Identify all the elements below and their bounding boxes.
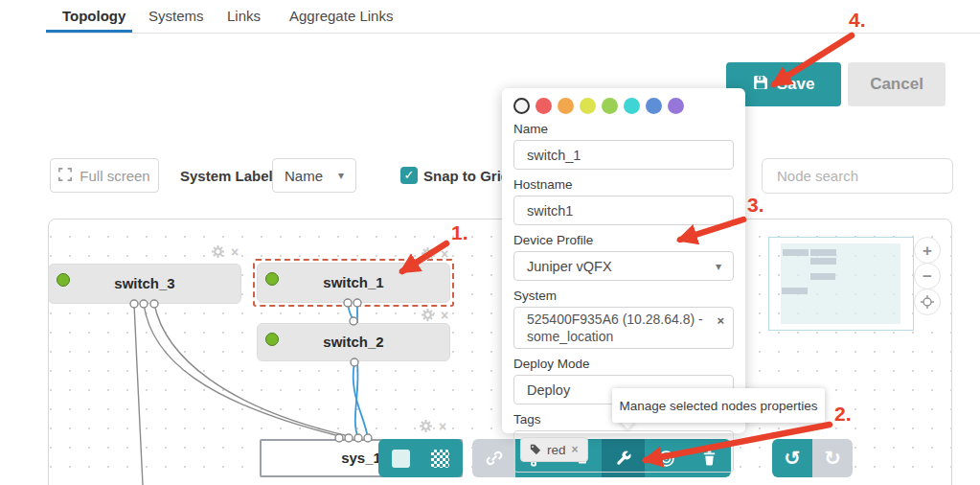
check-icon: ✓ [404,168,415,182]
color-swatch-orange[interactable] [558,98,574,114]
floppy-icon [753,75,768,95]
snap-to-grid-label: Snap to Grid [423,168,510,184]
node-search-input[interactable] [763,168,968,184]
save-button-label: Save [777,75,815,94]
hostname-field-label: Hostname [513,177,734,192]
node-label: switch_1 [323,274,383,290]
color-swatch-yellow[interactable] [580,98,596,114]
node-properties-panel: Name Hostname Device Profile Juniper vQF… [502,88,745,433]
node-switch-2[interactable]: switch_2 [257,323,450,361]
name-field-label: Name [513,122,734,136]
annotation-label-3: 3. [747,194,764,217]
tag-icon [530,444,541,455]
node-status-dot [265,272,279,286]
hostname-field[interactable] [513,196,734,225]
node-label: sys_1 [341,450,381,466]
fullscreen-icon [58,168,72,184]
cancel-button[interactable]: Cancel [848,62,946,106]
color-swatch-green[interactable] [602,98,618,114]
tab-aggregate-links[interactable]: Aggregate Links [289,8,393,24]
full-screen-button[interactable]: Full screen [50,158,159,193]
node-status-dot [265,333,279,346]
full-screen-label: Full screen [80,168,149,184]
system-field-label: System [513,289,734,303]
chevron-down-icon: ▾ [716,260,721,273]
snap-to-grid-checkbox[interactable]: ✓ [400,167,418,184]
tooltip: Manage selected nodes properties [612,388,825,423]
tab-systems[interactable]: Systems [148,8,204,24]
minimap-node [782,288,808,294]
node-status-dot [57,273,70,287]
color-swatch-purple[interactable] [668,98,684,114]
close-icon[interactable]: × [717,312,724,330]
node-controls-switch3: × [212,245,239,258]
undo-icon: ↺ [784,447,801,470]
tooltip-text: Manage selected nodes properties [619,399,817,413]
gear-icon[interactable] [212,245,224,258]
system-label-dropdown-value: Name [285,168,323,184]
minimap-node [810,258,836,265]
link-icon [486,450,503,467]
zoom-out-button[interactable]: − [914,263,941,289]
color-swatch-blue[interactable] [646,98,662,114]
add-link-button[interactable] [472,439,515,477]
gear-icon[interactable] [420,420,432,432]
redo-button[interactable]: ↻ [812,439,853,477]
close-icon[interactable]: × [439,421,446,432]
topology-editor-page: Topology Systems Links Aggregate Links S… [0,0,980,485]
device-profile-select[interactable]: Juniper vQFX ▾ [513,251,734,281]
zoom-in-button[interactable]: + [914,237,941,264]
cancel-button-label: Cancel [870,75,923,94]
system-value: 525400F935A6 (10.28.64.8) - some_locatio… [527,312,703,344]
minimap-node [810,273,835,280]
tab-topology[interactable]: Topology [62,8,125,24]
annotation-label-1: 1. [451,221,468,244]
node-controls-switch1: × [422,247,448,260]
node-label: switch_2 [323,334,383,350]
node-label: switch_3 [114,275,174,291]
annotation-label-4: 4. [849,9,866,32]
system-field[interactable]: 525400F935A6 (10.28.64.8) - some_locatio… [513,307,734,349]
pattern-fill-icon[interactable] [431,450,449,468]
name-field[interactable] [513,140,734,170]
device-profile-value: Juniper vQFX [527,259,612,274]
gear-icon[interactable] [422,309,434,321]
node-search [762,158,953,194]
device-profile-label: Device Profile [513,233,734,247]
close-icon[interactable]: × [441,310,448,321]
minimap-node [783,249,809,256]
solid-fill-icon[interactable] [392,450,410,468]
color-swatch-red[interactable] [536,98,552,114]
node-switch-3[interactable]: switch_3 [48,264,241,304]
node-controls-sys1: × [420,420,446,432]
tag-chip: red × [520,437,588,462]
system-label-dropdown[interactable]: Name ▾ [272,158,356,193]
tag-label: red [547,443,566,457]
node-style-group [378,439,463,477]
node-controls-switch2: × [422,309,448,321]
tab-bar-divider [46,33,980,34]
close-icon[interactable]: × [441,248,448,260]
color-swatch-cyan[interactable] [624,98,640,114]
annotation-label-2: 2. [834,403,852,426]
crosshair-icon [920,294,935,310]
deploy-mode-value: Deploy [527,382,570,398]
redo-icon: ↻ [824,447,841,470]
gear-icon[interactable] [422,247,434,260]
color-swatches [513,98,734,114]
node-switch-1[interactable]: switch_1 [257,263,450,303]
deploy-mode-label: Deploy Mode [513,357,734,371]
close-icon[interactable]: × [231,246,239,258]
tab-links[interactable]: Links [227,8,261,24]
undo-button[interactable]: ↺ [772,439,812,477]
remove-tag-icon[interactable]: × [572,443,579,456]
recenter-button[interactable] [914,289,941,315]
system-label-caption: System Label [180,168,273,184]
chevron-down-icon: ▾ [338,169,344,182]
tags-field[interactable]: red × [513,430,734,473]
minimap-node [810,249,836,256]
color-swatch-none[interactable] [513,98,530,114]
